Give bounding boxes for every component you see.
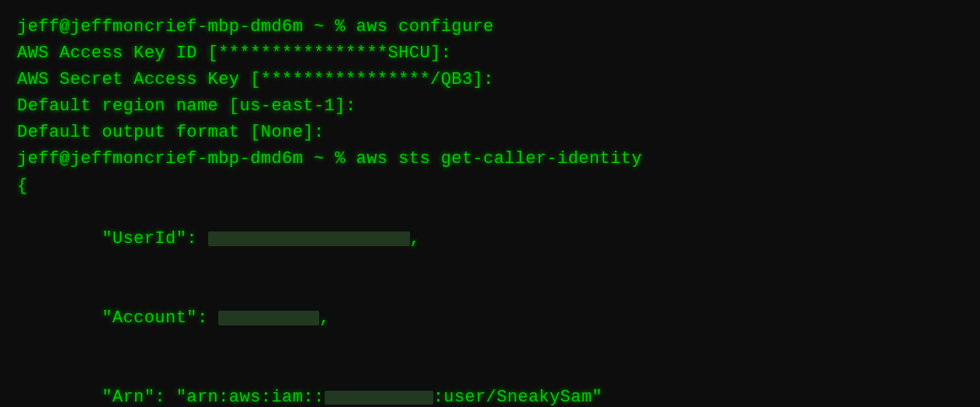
terminal-line-5: Default output format [None]: xyxy=(17,120,963,146)
arn-prefix: "Arn": "arn:aws:iam:: xyxy=(60,388,325,407)
userid-redacted xyxy=(208,231,410,246)
terminal-line-6: jeff@jeffmoncrief-mbp-dmd6m ~ % aws sts … xyxy=(17,146,963,172)
account-redacted xyxy=(218,311,319,325)
arn-account-redacted xyxy=(325,391,433,405)
terminal-line-account: "Account": , xyxy=(17,279,963,358)
terminal-line-7: { xyxy=(17,173,963,200)
terminal-window: jeff@jeffmoncrief-mbp-dmd6m ~ % aws conf… xyxy=(0,0,980,407)
userid-prefix: "UserId": xyxy=(60,229,208,249)
terminal-line-2: AWS Access Key ID [****************SHCU]… xyxy=(17,40,963,67)
account-comma: , xyxy=(319,308,330,328)
terminal-line-arn: "Arn": "arn:aws:iam:::user/SneakySam" xyxy=(17,358,963,407)
account-prefix: "Account": xyxy=(60,308,219,328)
terminal-line-userid: "UserId": , xyxy=(17,200,963,279)
terminal-line-3: AWS Secret Access Key [****************/… xyxy=(17,67,963,93)
userid-comma: , xyxy=(410,229,421,249)
terminal-line-4: Default region name [us-east-1]: xyxy=(17,93,963,120)
arn-suffix: :user/SneakySam" xyxy=(433,388,603,407)
terminal-line-1: jeff@jeffmoncrief-mbp-dmd6m ~ % aws conf… xyxy=(17,14,963,40)
